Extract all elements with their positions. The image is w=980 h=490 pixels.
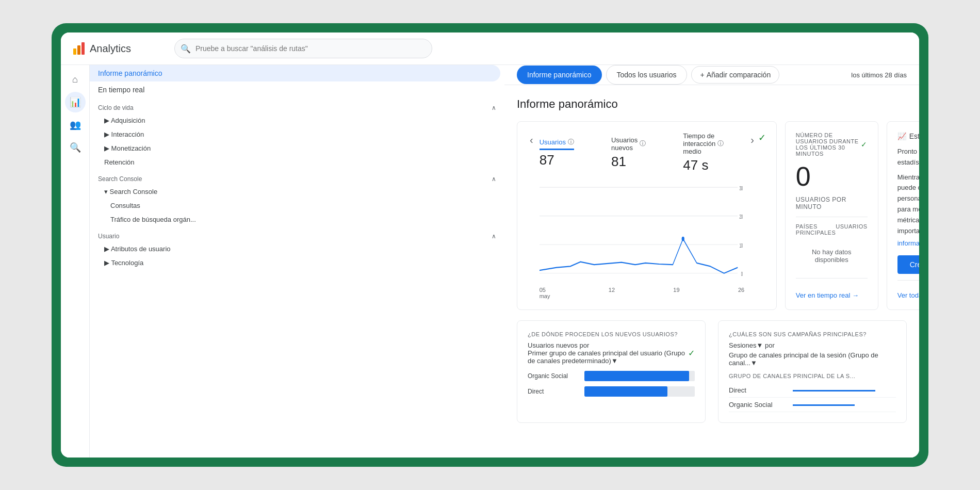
create-button[interactable]: Crear: [897, 255, 919, 274]
user-section-chevron: ∧: [492, 233, 496, 240]
metric-label-nuevos: Usuarios nuevos ⓘ: [611, 136, 646, 152]
stats-divider: [897, 280, 919, 281]
search-console-chevron: ∧: [492, 175, 496, 183]
sidebar-item-consultas[interactable]: Consultas: [90, 199, 504, 213]
content-inner: Informe panorámico ‹: [504, 85, 919, 435]
chart-area: 30 20 10 0: [540, 182, 744, 285]
realtime-link[interactable]: Ver en tiempo real →: [796, 291, 868, 299]
metric-value-tiempo: 47 s: [683, 157, 724, 173]
chart-label-1: 05may: [540, 287, 550, 299]
sidebar-item-informe[interactable]: Informe panorámico: [90, 65, 500, 81]
metric-usuarios: Usuarios ⓘ 87: [540, 138, 574, 168]
svg-text:30: 30: [739, 186, 743, 191]
metric-value-usuarios: 87: [540, 152, 574, 168]
chart-label-2: 12: [609, 287, 615, 299]
new-users-dimension-label[interactable]: Primer grupo de canales principal del us…: [528, 349, 688, 365]
sidebar-item-tecnologia[interactable]: ▶ Tecnología: [90, 256, 504, 270]
check-icon-realtime: ✓: [861, 140, 868, 149]
countries-table-header: PAÍSES PRINCIPALES USUARIOS: [796, 223, 868, 236]
date-range: los últimos 28 días: [851, 71, 907, 79]
info-icon-usuarios: ⓘ: [568, 138, 574, 146]
divider-1: [796, 217, 868, 217]
no-data: No hay datos disponibles: [796, 248, 868, 264]
campaigns-dimension[interactable]: Grupo de canales principal de la sesión …: [729, 351, 896, 367]
bar-fill-direct: [584, 386, 667, 397]
metrics-prev-btn[interactable]: ‹: [528, 132, 535, 148]
lifecycle-chevron: ∧: [492, 104, 496, 111]
metric-tiempo: Tiempo de interacción medio ⓘ 47 s: [683, 132, 724, 173]
main-layout: ⌂ 📊 👥 🔍 Informe panorámico En tiempo rea…: [61, 65, 919, 458]
user-section-header: Usuario ∧: [90, 226, 504, 242]
content-area: Informe panorámico Informe panorámico To…: [504, 65, 919, 458]
campaigns-card: ¿CUÁLES SON SUS CAMPAÑAS PRINCIPALES? Se…: [718, 320, 907, 423]
search-input[interactable]: [174, 39, 432, 58]
divider-2: [796, 278, 868, 279]
bar-organic-social: Organic Social: [528, 371, 695, 381]
realtime-value: 0: [796, 161, 868, 192]
check-icon-new-users: ✓: [688, 348, 695, 358]
metric-label-usuarios: Usuarios ⓘ: [540, 138, 574, 150]
see-all-link[interactable]: Ver todas las e...: [897, 291, 919, 299]
nav-sidebar: Informe panorámico En tiempo real Ciclo …: [90, 65, 504, 458]
sidebar-icon-people[interactable]: 👥: [65, 115, 86, 135]
search-bar-container: 🔍: [174, 39, 432, 58]
realtime-sublabel: USUARIOS POR MINUTO: [796, 196, 868, 210]
stats-header: 📈 Estadísticas: [897, 132, 919, 140]
lifecycle-section-header: Ciclo de vida ∧: [90, 98, 504, 113]
metrics-top: ‹ Usuarios ⓘ 87: [528, 132, 766, 299]
app-title: Analytics: [90, 43, 131, 55]
new-users-metric-label: Usuarios nuevos por: [528, 341, 688, 349]
logo-bar-orange: [77, 45, 80, 55]
chart-labels: 05may 12 19 26: [540, 287, 744, 299]
sidebar-item-adquisicion[interactable]: ▶ Adquisición: [90, 113, 504, 127]
tab-usuarios[interactable]: Todos los usuarios: [606, 65, 688, 85]
page-title: Informe panorámico: [517, 97, 907, 111]
stats-info-link[interactable]: información: [897, 239, 919, 247]
search-icon: 🔍: [181, 44, 191, 54]
sidebar-item-search-console[interactable]: ▾ Search Console: [90, 185, 504, 199]
session-item-direct: Direct: [729, 383, 896, 398]
browser-frame: Analytics 🔍 ⌂ 📊 👥 🔍 Informe panorámico: [52, 23, 928, 467]
campaigns-metric: Sesiones▼ por: [729, 341, 896, 349]
sidebar-icon-chart[interactable]: 📊: [65, 92, 86, 112]
sidebar-item-realtime[interactable]: En tiempo real: [90, 81, 500, 98]
chart-small-icon: 📈: [897, 132, 906, 140]
new-users-bars: Organic Social Direct: [528, 371, 695, 397]
stats-card: 📈 Estadísticas Pronto verá estadísticas …: [887, 121, 919, 310]
logo-bar-red: [81, 42, 85, 55]
chart-svg: 30 20 10 0: [540, 182, 744, 285]
metrics-card: ‹ Usuarios ⓘ 87: [517, 121, 777, 310]
bar-fill-organic: [584, 371, 689, 381]
metric-nuevos: Usuarios nuevos ⓘ 81: [611, 136, 646, 170]
tab-add-comparison[interactable]: + Añadir comparación: [691, 66, 779, 84]
tab-bar: Informe panorámico Informe panorámico To…: [504, 65, 919, 85]
top-bar: Analytics 🔍: [61, 32, 919, 65]
sidebar-icon-home[interactable]: ⌂: [65, 69, 86, 90]
sidebar-item-trafico[interactable]: Tráfico de búsqueda orgán...: [90, 213, 504, 226]
chart-label-4: 26: [738, 287, 744, 299]
icon-sidebar: ⌂ 📊 👥 🔍: [61, 65, 90, 458]
svg-text:0: 0: [741, 272, 743, 277]
svg-text:10: 10: [739, 243, 743, 249]
sidebar-icon-search[interactable]: 🔍: [65, 137, 86, 158]
metrics-next-btn[interactable]: ›: [748, 132, 756, 148]
realtime-card: NÚMERO DE USUARIOS DURANTE LOS ÚLTIMOS 3…: [785, 121, 878, 310]
new-users-card: ¿DE DÓNDE PROCEDEN LOS NUEVOS USUARIOS? …: [517, 320, 706, 423]
bar-direct: Direct: [528, 386, 695, 397]
plus-icon: +: [700, 71, 704, 79]
tab-informe[interactable]: Informe panorámico Informe panorámico: [517, 66, 602, 84]
search-console-section-header: Search Console ∧: [90, 169, 504, 185]
realtime-label: NÚMERO DE USUARIOS DURANTE LOS ÚLTIMOS 3…: [796, 132, 868, 157]
stats-body: Pronto verá estadísticas Mientras tanto,…: [897, 146, 919, 249]
session-item-organic: Organic Social: [729, 398, 896, 412]
metric-label-tiempo: Tiempo de interacción medio ⓘ: [683, 132, 724, 155]
svg-point-8: [681, 237, 684, 241]
info-icon-tiempo: ⓘ: [717, 139, 724, 148]
sidebar-item-retencion[interactable]: Retención: [90, 155, 504, 169]
sidebar-item-atributos[interactable]: ▶ Atributos de usuario: [90, 242, 504, 256]
svg-text:20: 20: [739, 215, 743, 220]
app-container: Analytics 🔍 ⌂ 📊 👥 🔍 Informe panorámico: [61, 32, 919, 458]
sidebar-item-interaccion[interactable]: ▶ Interacción: [90, 127, 504, 141]
metric-value-nuevos: 81: [611, 154, 646, 170]
sidebar-item-monetizacion[interactable]: ▶ Monetización: [90, 141, 504, 155]
